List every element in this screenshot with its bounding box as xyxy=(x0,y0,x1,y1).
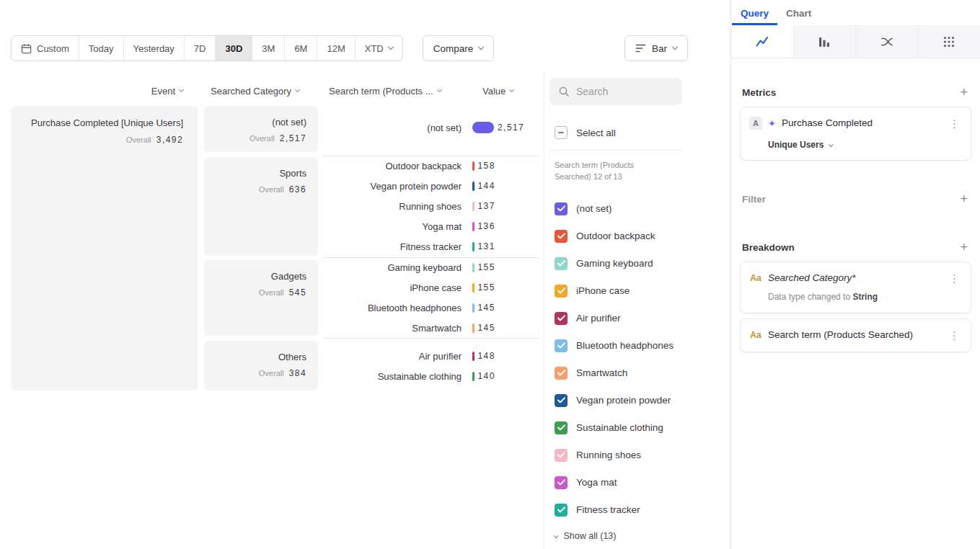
measurement-selector[interactable]: Unique Users xyxy=(768,140,962,150)
event-cell[interactable]: Purchase Completed [Unique Users] Overal… xyxy=(11,106,198,390)
term-label: Smartwatch xyxy=(322,323,462,334)
checkbox-checked-icon[interactable] xyxy=(555,312,568,325)
legend-item-air-purifier[interactable]: Air purifier xyxy=(549,305,730,332)
checkbox-checked-icon[interactable] xyxy=(555,449,568,462)
date-range-today[interactable]: Today xyxy=(79,36,124,61)
tab-query[interactable]: Query xyxy=(732,0,777,25)
value-bar[interactable] xyxy=(472,283,474,293)
checkbox-checked-icon[interactable] xyxy=(555,339,568,352)
term-row-air-purifier[interactable]: Air purifier148 xyxy=(322,346,542,366)
date-range-7d[interactable]: 7D xyxy=(185,36,216,61)
select-all[interactable]: Select all xyxy=(549,125,730,140)
column-header-search-term[interactable]: Search term (Products ... xyxy=(329,85,441,97)
legend-item-sustainable-clothing[interactable]: Sustainable clothing xyxy=(549,414,730,442)
checkbox-checked-icon[interactable] xyxy=(555,230,568,243)
legend-item-vegan-protein-powder[interactable]: Vegan protein powder xyxy=(549,387,730,414)
date-range-12m[interactable]: 12M xyxy=(317,36,355,61)
term-label: Running shoes xyxy=(322,201,462,212)
tab-chart[interactable]: Chart xyxy=(777,0,820,25)
checkbox-checked-icon[interactable] xyxy=(555,202,568,215)
legend-item-bluetooth-headphones[interactable]: Bluetooth headphones xyxy=(549,332,730,360)
bar-chart-icon xyxy=(635,43,646,53)
date-range-xtd[interactable]: XTD xyxy=(356,36,402,61)
term-row-outdoor-backpack[interactable]: Outdoor backpack158 xyxy=(322,156,542,176)
add-metric-button[interactable]: + xyxy=(958,86,969,98)
legend-item-running-shoes[interactable]: Running shoes xyxy=(549,442,730,469)
checkbox-checked-icon[interactable] xyxy=(555,257,568,270)
checkbox-checked-icon[interactable] xyxy=(555,394,568,407)
value-bar[interactable] xyxy=(472,372,474,381)
legend-search[interactable] xyxy=(549,78,682,105)
category-cell-not-set[interactable]: (not set)Overall2,517 xyxy=(204,106,318,152)
kebab-menu-icon[interactable]: ⋮ xyxy=(947,118,962,129)
term-row-iphone-case[interactable]: iPhone case155 xyxy=(322,277,542,298)
value-bar[interactable] xyxy=(472,202,474,211)
term-row-bluetooth-headphones[interactable]: Bluetooth headphones145 xyxy=(322,298,542,318)
category-name: Gadgets xyxy=(211,271,306,282)
checkbox-checked-icon[interactable] xyxy=(555,367,568,380)
legend-item-not-set[interactable]: (not set) xyxy=(549,195,730,223)
date-range-6m[interactable]: 6M xyxy=(285,36,317,61)
term-row-sustainable-clothing[interactable]: Sustainable clothing140 xyxy=(322,366,542,386)
term-row-fitness-tracker[interactable]: Fitness tracker131 xyxy=(322,236,542,256)
tab-flows[interactable] xyxy=(856,25,919,58)
term-row-gaming-keyboard[interactable]: Gaming keyboard155 xyxy=(322,257,542,277)
legend-panel: Select all Search term (Products Searche… xyxy=(549,78,730,542)
overall-label: Overall xyxy=(259,185,284,194)
add-filter-button[interactable]: + xyxy=(958,193,969,205)
tab-insights[interactable] xyxy=(731,25,794,58)
term-row-smartwatch[interactable]: Smartwatch145 xyxy=(322,318,542,338)
category-cell-gadgets[interactable]: GadgetsOverall545 xyxy=(204,260,318,336)
checkbox-checked-icon[interactable] xyxy=(555,421,568,434)
legend-item-yoga-mat[interactable]: Yoga mat xyxy=(549,469,730,496)
category-cell-sports[interactable]: SportsOverall636 xyxy=(204,157,318,256)
checkbox-checked-icon[interactable] xyxy=(555,504,568,517)
column-header-label: Value xyxy=(482,86,506,97)
breakdown-card-searched-category[interactable]: AaSearched Category*⋮Data type changed t… xyxy=(740,262,971,313)
column-header-value[interactable]: Value xyxy=(482,85,513,97)
checkbox-indeterminate-icon[interactable] xyxy=(555,126,568,139)
value-bar[interactable] xyxy=(472,303,474,313)
compare-button[interactable]: Compare xyxy=(423,35,495,61)
value-bar[interactable] xyxy=(472,161,474,171)
column-header-category[interactable]: Searched Category xyxy=(211,85,299,97)
value-bar[interactable] xyxy=(472,182,474,191)
term-row-vegan-protein-powder[interactable]: Vegan protein powder144 xyxy=(322,176,542,196)
term-value: 158 xyxy=(478,161,495,171)
value-bar[interactable] xyxy=(472,222,474,231)
term-row-yoga-mat[interactable]: Yoga mat136 xyxy=(322,216,542,236)
breakdown-card-search-term-products-searched[interactable]: AaSearch term (Products Searched)⋮ xyxy=(740,318,971,352)
chart-type-selector[interactable]: Bar xyxy=(624,35,688,61)
date-range-custom[interactable]: Custom xyxy=(12,36,79,61)
legend-item-fitness-tracker[interactable]: Fitness tracker xyxy=(549,496,730,524)
tab-funnels[interactable] xyxy=(794,25,857,58)
value-bar[interactable] xyxy=(472,263,474,272)
legend-item-gaming-keyboard[interactable]: Gaming keyboard xyxy=(549,250,730,277)
value-bar[interactable] xyxy=(472,122,494,133)
date-range-30d[interactable]: 30D xyxy=(216,36,252,61)
legend-item-smartwatch[interactable]: Smartwatch xyxy=(549,360,730,387)
metric-card[interactable]: A ✦ Purchase Completed ⋮ Unique Users xyxy=(740,107,971,161)
date-range-yesterday[interactable]: Yesterday xyxy=(124,36,185,61)
legend-item-label: Sustainable clothing xyxy=(576,422,663,433)
value-bar[interactable] xyxy=(472,242,474,251)
term-row-not-set[interactable]: (not set)2,517 xyxy=(322,117,542,138)
kebab-menu-icon[interactable]: ⋮ xyxy=(947,273,962,284)
add-breakdown-button[interactable]: + xyxy=(958,241,969,253)
legend-item-outdoor-backpack[interactable]: Outdoor backpack xyxy=(549,223,730,250)
legend-item-iphone-case[interactable]: iPhone case xyxy=(549,277,730,305)
value-bar[interactable] xyxy=(472,352,474,361)
column-header-event[interactable]: Event xyxy=(11,85,183,97)
kebab-menu-icon[interactable]: ⋮ xyxy=(947,330,962,341)
checkbox-checked-icon[interactable] xyxy=(555,476,568,489)
breakdown-property-name: Searched Category* xyxy=(768,272,941,285)
search-input[interactable] xyxy=(576,86,670,97)
category-cell-others[interactable]: OthersOverall384 xyxy=(204,341,318,390)
value-bar[interactable] xyxy=(472,323,474,333)
tab-retention[interactable] xyxy=(919,25,980,58)
panel-divider xyxy=(544,72,544,549)
date-range-3m[interactable]: 3M xyxy=(252,36,285,61)
show-all-button[interactable]: Show all (13) xyxy=(549,530,730,542)
checkbox-checked-icon[interactable] xyxy=(555,285,568,298)
term-row-running-shoes[interactable]: Running shoes137 xyxy=(322,196,542,216)
